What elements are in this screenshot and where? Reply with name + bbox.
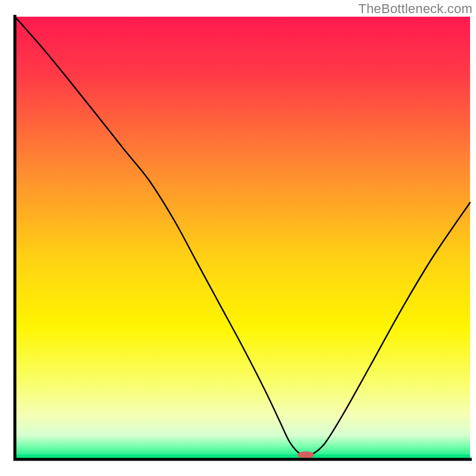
watermark-text: TheBottleneck.com xyxy=(358,1,472,17)
chart-background xyxy=(15,17,470,459)
chart-container: TheBottleneck.com xyxy=(0,0,476,476)
optimal-marker xyxy=(298,452,314,459)
bottleneck-chart xyxy=(0,0,476,476)
